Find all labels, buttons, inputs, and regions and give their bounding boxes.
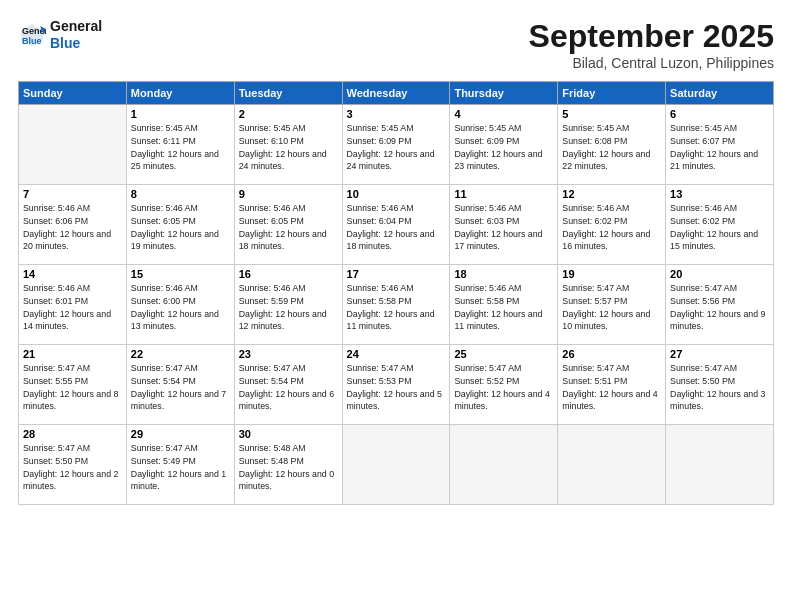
- day-info: Sunrise: 5:47 AMSunset: 5:56 PMDaylight:…: [670, 282, 769, 333]
- table-row: 1 Sunrise: 5:45 AMSunset: 6:11 PMDayligh…: [126, 105, 234, 185]
- day-info: Sunrise: 5:45 AMSunset: 6:09 PMDaylight:…: [347, 122, 446, 173]
- table-row: [342, 425, 450, 505]
- table-row: 7 Sunrise: 5:46 AMSunset: 6:06 PMDayligh…: [19, 185, 127, 265]
- table-row: [19, 105, 127, 185]
- day-number: 16: [239, 268, 338, 280]
- table-row: 23 Sunrise: 5:47 AMSunset: 5:54 PMDaylig…: [234, 345, 342, 425]
- day-number: 12: [562, 188, 661, 200]
- day-info: Sunrise: 5:46 AMSunset: 5:58 PMDaylight:…: [347, 282, 446, 333]
- table-row: 22 Sunrise: 5:47 AMSunset: 5:54 PMDaylig…: [126, 345, 234, 425]
- day-info: Sunrise: 5:47 AMSunset: 5:53 PMDaylight:…: [347, 362, 446, 413]
- day-info: Sunrise: 5:45 AMSunset: 6:09 PMDaylight:…: [454, 122, 553, 173]
- day-number: 18: [454, 268, 553, 280]
- day-info: Sunrise: 5:45 AMSunset: 6:08 PMDaylight:…: [562, 122, 661, 173]
- title-block: September 2025 Bilad, Central Luzon, Phi…: [529, 18, 774, 71]
- table-row: 25 Sunrise: 5:47 AMSunset: 5:52 PMDaylig…: [450, 345, 558, 425]
- day-info: Sunrise: 5:47 AMSunset: 5:49 PMDaylight:…: [131, 442, 230, 493]
- col-wednesday: Wednesday: [342, 82, 450, 105]
- day-number: 24: [347, 348, 446, 360]
- day-number: 15: [131, 268, 230, 280]
- day-number: 21: [23, 348, 122, 360]
- day-info: Sunrise: 5:47 AMSunset: 5:50 PMDaylight:…: [670, 362, 769, 413]
- table-row: 21 Sunrise: 5:47 AMSunset: 5:55 PMDaylig…: [19, 345, 127, 425]
- day-info: Sunrise: 5:46 AMSunset: 6:03 PMDaylight:…: [454, 202, 553, 253]
- table-row: 13 Sunrise: 5:46 AMSunset: 6:02 PMDaylig…: [666, 185, 774, 265]
- calendar-week-row: 21 Sunrise: 5:47 AMSunset: 5:55 PMDaylig…: [19, 345, 774, 425]
- table-row: 28 Sunrise: 5:47 AMSunset: 5:50 PMDaylig…: [19, 425, 127, 505]
- day-info: Sunrise: 5:47 AMSunset: 5:54 PMDaylight:…: [239, 362, 338, 413]
- day-number: 6: [670, 108, 769, 120]
- table-row: 8 Sunrise: 5:46 AMSunset: 6:05 PMDayligh…: [126, 185, 234, 265]
- header: General Blue General Blue September 2025…: [18, 18, 774, 71]
- day-number: 19: [562, 268, 661, 280]
- day-number: 29: [131, 428, 230, 440]
- table-row: 17 Sunrise: 5:46 AMSunset: 5:58 PMDaylig…: [342, 265, 450, 345]
- table-row: 10 Sunrise: 5:46 AMSunset: 6:04 PMDaylig…: [342, 185, 450, 265]
- table-row: [666, 425, 774, 505]
- day-info: Sunrise: 5:45 AMSunset: 6:11 PMDaylight:…: [131, 122, 230, 173]
- day-info: Sunrise: 5:46 AMSunset: 6:02 PMDaylight:…: [670, 202, 769, 253]
- col-saturday: Saturday: [666, 82, 774, 105]
- day-info: Sunrise: 5:47 AMSunset: 5:50 PMDaylight:…: [23, 442, 122, 493]
- col-monday: Monday: [126, 82, 234, 105]
- page: General Blue General Blue September 2025…: [0, 0, 792, 612]
- calendar-header-row: Sunday Monday Tuesday Wednesday Thursday…: [19, 82, 774, 105]
- day-number: 8: [131, 188, 230, 200]
- day-number: 2: [239, 108, 338, 120]
- table-row: 26 Sunrise: 5:47 AMSunset: 5:51 PMDaylig…: [558, 345, 666, 425]
- day-info: Sunrise: 5:46 AMSunset: 6:05 PMDaylight:…: [239, 202, 338, 253]
- table-row: 18 Sunrise: 5:46 AMSunset: 5:58 PMDaylig…: [450, 265, 558, 345]
- table-row: 3 Sunrise: 5:45 AMSunset: 6:09 PMDayligh…: [342, 105, 450, 185]
- calendar-week-row: 14 Sunrise: 5:46 AMSunset: 6:01 PMDaylig…: [19, 265, 774, 345]
- table-row: 27 Sunrise: 5:47 AMSunset: 5:50 PMDaylig…: [666, 345, 774, 425]
- table-row: 2 Sunrise: 5:45 AMSunset: 6:10 PMDayligh…: [234, 105, 342, 185]
- day-info: Sunrise: 5:46 AMSunset: 6:02 PMDaylight:…: [562, 202, 661, 253]
- calendar-week-row: 1 Sunrise: 5:45 AMSunset: 6:11 PMDayligh…: [19, 105, 774, 185]
- table-row: [450, 425, 558, 505]
- day-number: 5: [562, 108, 661, 120]
- day-number: 13: [670, 188, 769, 200]
- day-number: 14: [23, 268, 122, 280]
- table-row: 6 Sunrise: 5:45 AMSunset: 6:07 PMDayligh…: [666, 105, 774, 185]
- table-row: 24 Sunrise: 5:47 AMSunset: 5:53 PMDaylig…: [342, 345, 450, 425]
- logo-icon: General Blue: [18, 21, 46, 49]
- table-row: 30 Sunrise: 5:48 AMSunset: 5:48 PMDaylig…: [234, 425, 342, 505]
- table-row: 20 Sunrise: 5:47 AMSunset: 5:56 PMDaylig…: [666, 265, 774, 345]
- day-number: 27: [670, 348, 769, 360]
- table-row: 11 Sunrise: 5:46 AMSunset: 6:03 PMDaylig…: [450, 185, 558, 265]
- day-number: 28: [23, 428, 122, 440]
- day-number: 26: [562, 348, 661, 360]
- month-title: September 2025: [529, 18, 774, 55]
- day-number: 10: [347, 188, 446, 200]
- day-number: 17: [347, 268, 446, 280]
- logo-blue: Blue: [50, 35, 80, 51]
- table-row: 9 Sunrise: 5:46 AMSunset: 6:05 PMDayligh…: [234, 185, 342, 265]
- day-info: Sunrise: 5:45 AMSunset: 6:07 PMDaylight:…: [670, 122, 769, 173]
- day-number: 7: [23, 188, 122, 200]
- calendar-week-row: 7 Sunrise: 5:46 AMSunset: 6:06 PMDayligh…: [19, 185, 774, 265]
- day-info: Sunrise: 5:46 AMSunset: 6:05 PMDaylight:…: [131, 202, 230, 253]
- day-info: Sunrise: 5:47 AMSunset: 5:52 PMDaylight:…: [454, 362, 553, 413]
- logo-text: General Blue: [50, 18, 102, 52]
- calendar-week-row: 28 Sunrise: 5:47 AMSunset: 5:50 PMDaylig…: [19, 425, 774, 505]
- location: Bilad, Central Luzon, Philippines: [529, 55, 774, 71]
- col-tuesday: Tuesday: [234, 82, 342, 105]
- day-info: Sunrise: 5:46 AMSunset: 6:04 PMDaylight:…: [347, 202, 446, 253]
- day-info: Sunrise: 5:47 AMSunset: 5:54 PMDaylight:…: [131, 362, 230, 413]
- day-info: Sunrise: 5:47 AMSunset: 5:51 PMDaylight:…: [562, 362, 661, 413]
- day-number: 20: [670, 268, 769, 280]
- table-row: 4 Sunrise: 5:45 AMSunset: 6:09 PMDayligh…: [450, 105, 558, 185]
- day-number: 1: [131, 108, 230, 120]
- table-row: 16 Sunrise: 5:46 AMSunset: 5:59 PMDaylig…: [234, 265, 342, 345]
- day-info: Sunrise: 5:47 AMSunset: 5:57 PMDaylight:…: [562, 282, 661, 333]
- day-number: 25: [454, 348, 553, 360]
- day-number: 4: [454, 108, 553, 120]
- day-info: Sunrise: 5:46 AMSunset: 6:01 PMDaylight:…: [23, 282, 122, 333]
- day-info: Sunrise: 5:46 AMSunset: 5:58 PMDaylight:…: [454, 282, 553, 333]
- day-number: 30: [239, 428, 338, 440]
- table-row: 14 Sunrise: 5:46 AMSunset: 6:01 PMDaylig…: [19, 265, 127, 345]
- table-row: 19 Sunrise: 5:47 AMSunset: 5:57 PMDaylig…: [558, 265, 666, 345]
- table-row: 15 Sunrise: 5:46 AMSunset: 6:00 PMDaylig…: [126, 265, 234, 345]
- table-row: [558, 425, 666, 505]
- day-number: 23: [239, 348, 338, 360]
